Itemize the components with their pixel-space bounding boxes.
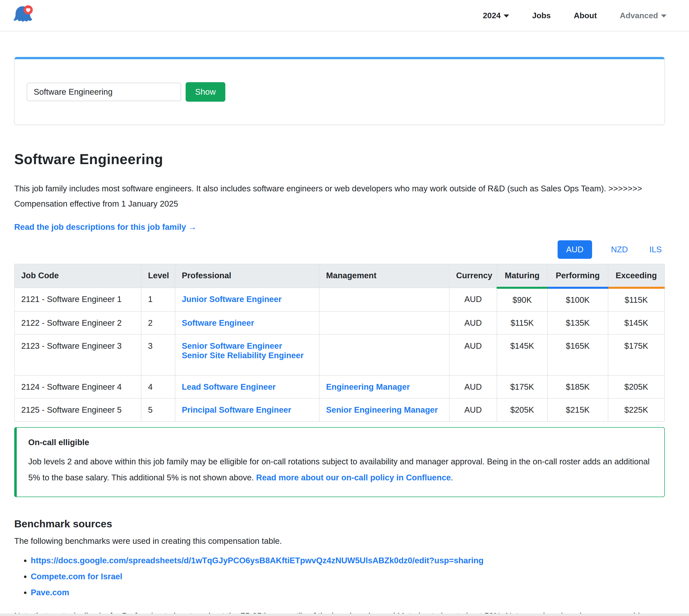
benchmark-pave-link[interactable]: Pave.com bbox=[31, 588, 69, 597]
col-header-currency: Currency bbox=[449, 264, 497, 288]
show-button[interactable]: Show bbox=[185, 82, 225, 102]
benchmark-sources-intro: The following benchmarks were used in cr… bbox=[14, 536, 665, 546]
benchmark-sources-list: https://docs.google.com/spreadsheets/d/1… bbox=[14, 556, 665, 597]
octopus-heart-logo-icon bbox=[11, 3, 35, 27]
nav-year-label: 2024 bbox=[483, 11, 501, 20]
job-code-cell: 2123 - Software Engineer 3 bbox=[15, 334, 141, 375]
professional-role-link[interactable]: Senior Software Engineer bbox=[182, 341, 282, 351]
page-title: Software Engineering bbox=[14, 151, 665, 167]
list-item: https://docs.google.com/spreadsheets/d/1… bbox=[31, 556, 665, 565]
exceeding-cell: $115K bbox=[608, 288, 665, 311]
chevron-down-icon bbox=[504, 15, 509, 18]
job-code-cell: 2125 - Software Engineer 5 bbox=[15, 398, 141, 421]
on-call-title: On-call elligible bbox=[28, 438, 653, 447]
level-cell: 2 bbox=[141, 311, 175, 334]
col-header-management: Management bbox=[319, 264, 449, 288]
exceeding-cell: $205K bbox=[608, 375, 665, 398]
job-code-cell: 2122 - Software Engineer 2 bbox=[15, 311, 141, 334]
nav-item-about[interactable]: About bbox=[574, 11, 597, 20]
performing-cell: $165K bbox=[548, 334, 608, 375]
table-row: 2124 - Software Engineer 4 4 Lead Softwa… bbox=[15, 375, 665, 398]
col-header-professional: Professional bbox=[175, 264, 319, 288]
performing-cell: $185K bbox=[548, 375, 608, 398]
maturing-cell: $175K bbox=[497, 375, 548, 398]
chevron-down-icon bbox=[661, 15, 667, 18]
table-row: 2125 - Software Engineer 5 5 Principal S… bbox=[15, 398, 665, 421]
job-code-cell: 2121 - Software Engineer 1 bbox=[15, 288, 141, 311]
table-header-row: Job Code Level Professional Management C… bbox=[15, 264, 665, 288]
currency-button-nzd[interactable]: NZD bbox=[608, 240, 630, 259]
exceeding-cell: $225K bbox=[608, 398, 665, 421]
brand-logo[interactable] bbox=[11, 3, 35, 27]
professional-role-link[interactable]: Junior Software Engineer bbox=[182, 294, 282, 304]
currency-button-aud[interactable]: AUD bbox=[558, 240, 592, 259]
benchmark-sources-title: Benchmark sources bbox=[14, 518, 665, 530]
search-row: Show bbox=[27, 82, 225, 102]
currency-cell: AUD bbox=[449, 311, 497, 334]
currency-toggle: AUD NZD ILS bbox=[14, 240, 665, 259]
management-cell bbox=[319, 334, 449, 375]
job-family-description: This job family includes most software e… bbox=[14, 181, 665, 211]
performing-cell: $215K bbox=[548, 398, 608, 421]
on-call-policy-link[interactable]: Read more about our on-call policy in Co… bbox=[256, 473, 451, 482]
currency-cell: AUD bbox=[449, 288, 497, 311]
job-code-cell: 2124 - Software Engineer 4 bbox=[15, 375, 141, 398]
on-call-text-end: . bbox=[451, 473, 453, 482]
list-item: Compete.com for Israel bbox=[31, 572, 665, 581]
nav-item-jobs[interactable]: Jobs bbox=[532, 11, 551, 20]
nav-advanced-label: Advanced bbox=[620, 11, 658, 20]
management-role-link[interactable]: Senior Engineering Manager bbox=[326, 405, 438, 415]
management-role-link[interactable]: Engineering Manager bbox=[326, 382, 410, 392]
list-item: Pave.com bbox=[31, 588, 665, 597]
maturing-cell: $90K bbox=[497, 288, 548, 311]
col-header-maturing: Maturing bbox=[497, 264, 548, 288]
level-cell: 5 bbox=[141, 398, 175, 421]
professional-cell: Software Engineer bbox=[175, 311, 319, 334]
level-cell: 3 bbox=[141, 334, 175, 375]
professional-role-link[interactable]: Principal Software Engineer bbox=[182, 405, 291, 415]
job-family-search-card: Show bbox=[14, 57, 665, 125]
benchmark-compete-link[interactable]: Compete.com for Israel bbox=[31, 572, 123, 581]
col-header-level: Level bbox=[141, 264, 175, 288]
job-descriptions-link[interactable]: Read the job descriptions for this job f… bbox=[14, 222, 197, 232]
management-cell: Senior Engineering Manager bbox=[319, 398, 449, 421]
currency-button-ils[interactable]: ILS bbox=[647, 240, 664, 259]
management-cell bbox=[319, 288, 449, 311]
level-cell: 4 bbox=[141, 375, 175, 398]
maturing-cell: $115K bbox=[497, 311, 548, 334]
on-call-text: Job levels 2 and above within this job f… bbox=[28, 454, 653, 486]
benchmark-spreadsheet-link[interactable]: https://docs.google.com/spreadsheets/d/1… bbox=[31, 556, 484, 565]
col-header-exceeding: Exceeding bbox=[608, 264, 665, 288]
description-line-1: This job family includes most software e… bbox=[14, 184, 642, 193]
management-cell bbox=[319, 311, 449, 334]
table-row: 2122 - Software Engineer 2 2 Software En… bbox=[15, 311, 665, 334]
top-navbar: 2024 Jobs About Advanced bbox=[0, 0, 689, 31]
table-row: 2121 - Software Engineer 1 1 Junior Soft… bbox=[15, 288, 665, 311]
exceeding-cell: $175K bbox=[608, 334, 665, 375]
performing-cell: $135K bbox=[548, 311, 608, 334]
col-header-job-code: Job Code bbox=[15, 264, 141, 288]
compensation-table: Job Code Level Professional Management C… bbox=[14, 264, 665, 422]
management-cell: Engineering Manager bbox=[319, 375, 449, 398]
nav-advanced-dropdown[interactable]: Advanced bbox=[620, 11, 667, 20]
professional-cell: Junior Software Engineer bbox=[175, 288, 319, 311]
maturing-cell: $205K bbox=[497, 398, 548, 421]
col-header-performing: Performing bbox=[548, 264, 608, 288]
professional-role-link[interactable]: Lead Software Engineer bbox=[182, 382, 276, 392]
nav-links: 2024 Jobs About Advanced bbox=[483, 11, 678, 20]
bottom-edge-strip bbox=[0, 614, 689, 616]
job-family-search-input[interactable] bbox=[27, 83, 181, 101]
nav-year-dropdown[interactable]: 2024 bbox=[483, 11, 509, 20]
professional-role-link[interactable]: Software Engineer bbox=[182, 318, 254, 328]
level-cell: 1 bbox=[141, 288, 175, 311]
professional-cell: Lead Software Engineer bbox=[175, 375, 319, 398]
currency-cell: AUD bbox=[449, 375, 497, 398]
professional-role-link[interactable]: Senior Site Reliability Engineer bbox=[182, 351, 304, 360]
exceeding-cell: $145K bbox=[608, 311, 665, 334]
page: 2024 Jobs About Advanced Show Software E… bbox=[0, 0, 689, 616]
currency-cell: AUD bbox=[449, 398, 497, 421]
main-content: Show Software Engineering This job famil… bbox=[14, 57, 665, 616]
performing-cell: $100K bbox=[548, 288, 608, 311]
professional-cell: Senior Software Engineer Senior Site Rel… bbox=[175, 334, 319, 375]
maturing-cell: $145K bbox=[497, 334, 548, 375]
